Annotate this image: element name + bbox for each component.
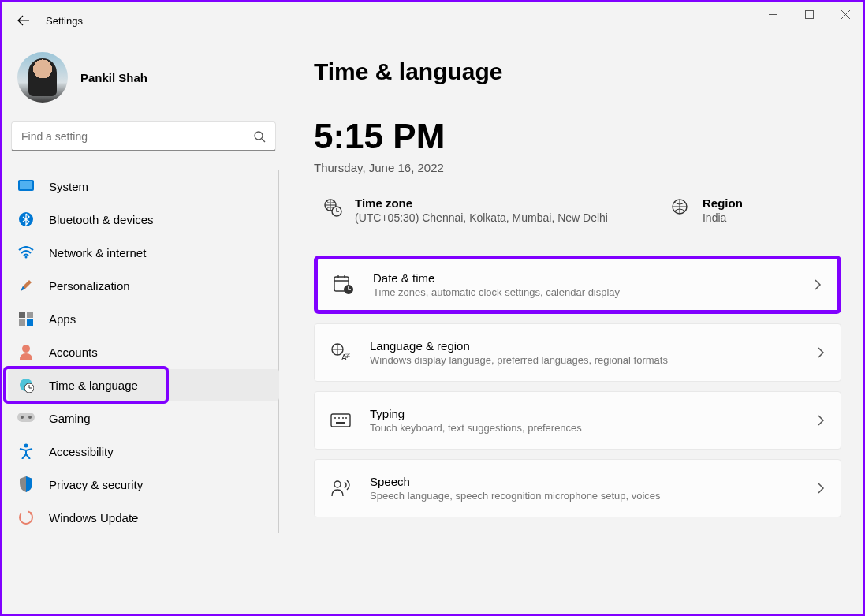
svg-rect-6 <box>19 312 25 318</box>
search-box[interactable] <box>11 121 276 151</box>
sidebar-item-windows-update[interactable]: Windows Update <box>8 502 279 533</box>
keyboard-icon <box>330 410 351 431</box>
sidebar-item-gaming[interactable]: Gaming <box>8 402 279 434</box>
system-icon <box>17 177 35 195</box>
svg-rect-9 <box>27 319 33 326</box>
sidebar-item-label: Time & language <box>49 379 138 392</box>
close-icon <box>841 10 850 19</box>
sidebar-item-label: Windows Update <box>49 511 138 525</box>
profile-name: Pankil Shah <box>80 71 147 84</box>
svg-rect-0 <box>805 10 813 18</box>
sidebar-item-accounts[interactable]: Accounts <box>8 336 279 368</box>
svg-rect-13 <box>17 413 35 422</box>
settings-cards: Date & time Time zones, automatic clock … <box>314 256 841 517</box>
chevron-right-icon <box>817 483 825 494</box>
person-icon <box>17 343 35 360</box>
chevron-right-icon <box>814 279 822 290</box>
bluetooth-icon <box>17 211 35 228</box>
close-button[interactable] <box>827 2 863 27</box>
sidebar-item-apps[interactable]: Apps <box>8 303 279 334</box>
card-date-time[interactable]: Date & time Time zones, automatic clock … <box>314 256 841 314</box>
speech-icon <box>330 478 351 498</box>
sidebar-item-label: Apps <box>49 312 76 326</box>
calendar-clock-icon <box>334 274 354 295</box>
avatar <box>17 52 68 103</box>
sidebar-item-bluetooth[interactable]: Bluetooth & devices <box>8 203 279 235</box>
card-subtitle: Time zones, automatic clock settings, ca… <box>373 286 795 298</box>
region-block: Region India <box>671 196 743 224</box>
sidebar-item-label: Privacy & security <box>49 478 143 491</box>
main-content: Time & language 5:15 PM Thursday, June 1… <box>285 39 863 614</box>
sidebar-item-personalization[interactable]: Personalization <box>8 270 279 301</box>
card-subtitle: Windows display language, preferred lang… <box>370 354 798 366</box>
back-button[interactable] <box>8 5 39 36</box>
maximize-button[interactable] <box>791 2 827 27</box>
svg-rect-26 <box>331 414 350 427</box>
svg-point-29 <box>342 417 344 419</box>
sidebar-item-privacy[interactable]: Privacy & security <box>8 469 279 500</box>
region-value: India <box>703 211 743 224</box>
gamepad-icon <box>17 409 35 427</box>
sidebar-item-network[interactable]: Network & internet <box>8 237 279 268</box>
profile-section[interactable]: Pankil Shah <box>8 39 279 121</box>
arrow-left-icon <box>17 14 30 27</box>
accessibility-icon <box>17 442 35 460</box>
sidebar: Pankil Shah System Bluetooth & devices N… <box>2 39 285 614</box>
svg-rect-8 <box>19 319 25 326</box>
svg-rect-31 <box>336 422 345 424</box>
maximize-icon <box>805 10 814 19</box>
sidebar-item-label: System <box>49 180 88 193</box>
wifi-icon <box>17 244 35 261</box>
svg-point-32 <box>334 481 341 487</box>
svg-point-1 <box>255 132 263 140</box>
region-title: Region <box>703 196 743 210</box>
sidebar-item-time-language[interactable]: Time & language <box>8 369 279 401</box>
timezone-icon <box>323 198 342 217</box>
svg-point-16 <box>24 444 28 448</box>
chevron-right-icon <box>817 347 825 358</box>
timezone-value: (UTC+05:30) Chennai, Kolkata, Mumbai, Ne… <box>355 211 608 224</box>
paintbrush-icon <box>17 277 35 294</box>
svg-point-15 <box>28 416 32 419</box>
language-icon: A字 <box>330 342 351 363</box>
apps-icon <box>17 310 35 327</box>
card-title: Speech <box>370 475 798 488</box>
minimize-icon <box>769 10 777 19</box>
sidebar-item-system[interactable]: System <box>8 170 279 202</box>
card-title: Typing <box>370 407 798 420</box>
sidebar-item-label: Network & internet <box>49 246 146 259</box>
search-input[interactable] <box>21 130 253 143</box>
sidebar-item-label: Bluetooth & devices <box>49 213 154 226</box>
card-title: Date & time <box>373 271 795 285</box>
clock-display: 5:15 PM <box>314 117 841 156</box>
search-icon <box>253 130 266 143</box>
minimize-button[interactable] <box>755 2 791 27</box>
globe-icon <box>671 198 690 217</box>
nav-divider <box>278 170 279 533</box>
sidebar-item-label: Accessibility <box>49 445 114 458</box>
sidebar-item-accessibility[interactable]: Accessibility <box>8 435 279 467</box>
date-display: Thursday, June 16, 2022 <box>314 161 841 174</box>
clock-globe-icon <box>17 376 35 394</box>
nav-list: System Bluetooth & devices Network & int… <box>8 170 279 533</box>
card-language-region[interactable]: A字 Language & region Windows display lan… <box>314 323 841 382</box>
timezone-block: Time zone (UTC+05:30) Chennai, Kolkata, … <box>323 196 608 224</box>
timezone-title: Time zone <box>355 196 608 210</box>
chevron-right-icon <box>817 415 825 426</box>
svg-rect-7 <box>27 312 33 318</box>
card-title: Language & region <box>370 339 798 353</box>
shield-icon <box>17 476 35 493</box>
window-controls <box>755 2 863 27</box>
page-title: Time & language <box>314 58 841 85</box>
svg-point-5 <box>25 256 28 259</box>
titlebar: Settings <box>2 2 863 39</box>
sidebar-item-label: Accounts <box>49 345 98 359</box>
svg-rect-3 <box>20 181 32 189</box>
card-speech[interactable]: Speech Speech language, speech recogniti… <box>314 459 841 517</box>
update-icon <box>17 509 35 526</box>
card-subtitle: Touch keyboard, text suggestions, prefer… <box>370 422 798 434</box>
svg-point-28 <box>338 417 340 419</box>
sidebar-item-label: Gaming <box>49 412 91 425</box>
svg-text:字: 字 <box>345 353 350 358</box>
card-typing[interactable]: Typing Touch keyboard, text suggestions,… <box>314 391 841 450</box>
